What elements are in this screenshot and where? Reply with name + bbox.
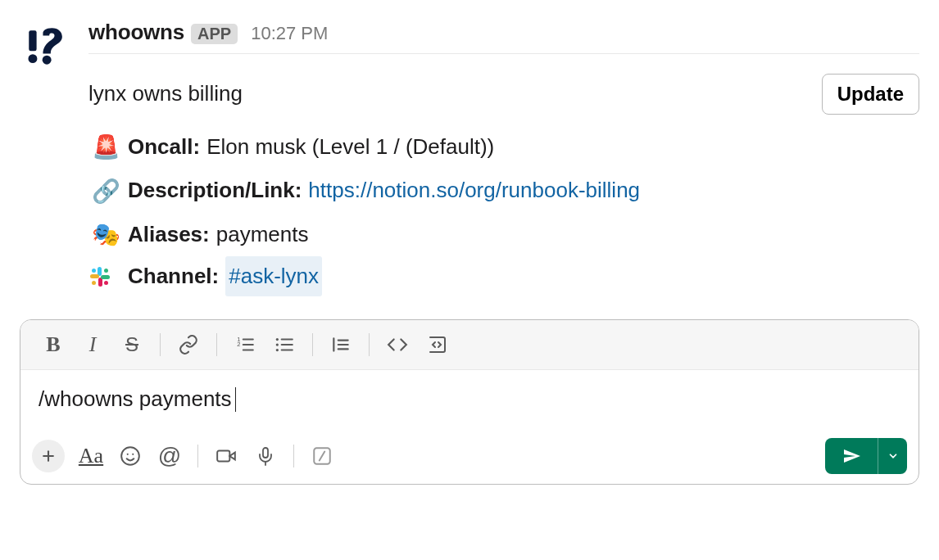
code-button[interactable] <box>378 327 417 363</box>
strike-button[interactable]: S <box>112 327 152 363</box>
svg-rect-33 <box>263 448 268 458</box>
blockquote-button[interactable] <box>321 327 361 363</box>
message-heading: lynx owns billing <box>88 74 812 114</box>
svg-point-30 <box>132 454 134 455</box>
svg-point-1 <box>28 54 37 63</box>
aliases-label: Aliases: <box>128 215 210 255</box>
separator <box>293 445 294 467</box>
aliases-row: 🎭 Aliases: payments <box>88 213 812 256</box>
format-toggle-button[interactable]: Aa <box>71 438 111 474</box>
format-toolbar: B I S 12 <box>20 320 919 370</box>
svg-rect-31 <box>217 451 229 462</box>
oncall-value: Elon musk (Level 1 / (Default)) <box>206 127 494 167</box>
svg-point-10 <box>92 281 96 285</box>
svg-text:2: 2 <box>237 341 240 349</box>
svg-point-19 <box>276 338 279 341</box>
svg-rect-6 <box>101 275 110 279</box>
emoji-button[interactable] <box>111 438 150 474</box>
channel-link[interactable]: #ask-lynx <box>225 256 322 296</box>
separator <box>216 333 217 356</box>
message-header: whoowns APP 10:27 PM <box>88 20 919 54</box>
app-avatar <box>23 25 66 67</box>
update-button[interactable]: Update <box>822 74 919 115</box>
aliases-value: payments <box>216 215 309 255</box>
slack-icon <box>88 265 123 288</box>
svg-marker-32 <box>229 453 235 460</box>
italic-button[interactable]: I <box>73 327 112 363</box>
svg-point-9 <box>104 281 108 285</box>
composer: B I S 12 /whoowns payments Aa <box>20 319 919 485</box>
app-badge: APP <box>191 24 238 44</box>
description-label: Description/Link: <box>128 170 302 210</box>
svg-rect-0 <box>29 30 36 51</box>
attach-button[interactable] <box>32 440 65 472</box>
separator <box>197 445 198 467</box>
masks-icon: 🎭 <box>88 213 123 256</box>
oncall-label: Oncall: <box>128 127 200 167</box>
svg-point-8 <box>104 269 108 273</box>
svg-point-21 <box>276 349 279 351</box>
bold-button[interactable]: B <box>34 327 73 363</box>
oncall-row: 🚨 Oncall: Elon musk (Level 1 / (Default)… <box>88 125 812 169</box>
codeblock-button[interactable] <box>417 327 456 363</box>
link-button[interactable] <box>169 327 208 363</box>
separator <box>160 333 161 356</box>
timestamp: 10:27 PM <box>251 23 328 44</box>
input-text: /whoowns payments <box>39 386 232 412</box>
sender-name: whoowns <box>88 20 184 45</box>
message: whoowns APP 10:27 PM lynx owns billing 🚨… <box>0 0 939 296</box>
svg-point-20 <box>276 344 279 346</box>
text-cursor <box>235 387 237 412</box>
svg-point-7 <box>92 269 96 273</box>
separator <box>312 333 313 356</box>
svg-rect-4 <box>90 274 99 278</box>
action-toolbar: Aa @ <box>20 431 919 484</box>
channel-label: Channel: <box>128 256 219 296</box>
audio-button[interactable] <box>246 438 285 474</box>
separator <box>369 333 370 356</box>
description-row: 🔗 Description/Link: https://notion.so/or… <box>88 169 812 213</box>
link-icon: 🔗 <box>88 169 123 213</box>
send-group <box>825 438 907 474</box>
svg-point-29 <box>127 454 129 455</box>
message-body: whoowns APP 10:27 PM lynx owns billing 🚨… <box>88 20 919 296</box>
siren-icon: 🚨 <box>88 125 123 169</box>
send-options-button[interactable] <box>878 438 907 474</box>
shortcuts-button[interactable] <box>302 438 342 474</box>
svg-point-28 <box>121 448 139 466</box>
video-button[interactable] <box>206 438 246 474</box>
description-link[interactable]: https://notion.so/org/runbook-billing <box>308 170 640 210</box>
message-input[interactable]: /whoowns payments <box>20 370 919 431</box>
mention-button[interactable]: @ <box>150 438 189 474</box>
message-content: lynx owns billing 🚨 Oncall: Elon musk (L… <box>88 74 812 296</box>
svg-line-36 <box>320 452 325 461</box>
bullet-list-button[interactable] <box>265 327 304 363</box>
send-button[interactable] <box>825 438 878 474</box>
channel-row: Channel: #ask-lynx <box>88 256 812 296</box>
ordered-list-button[interactable]: 12 <box>225 327 265 363</box>
svg-point-2 <box>43 56 52 65</box>
